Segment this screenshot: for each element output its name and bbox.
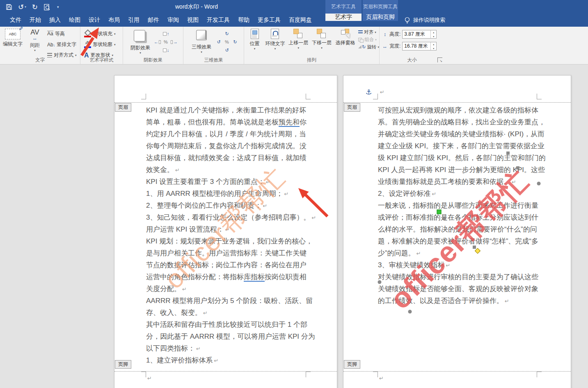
margin-crop-mark: [537, 372, 542, 377]
tab-百度网盘[interactable]: 百度网盘: [285, 14, 316, 27]
edit-text-button[interactable]: ABC✎ 编辑文字: [0, 27, 25, 60]
dropdown-caret[interactable]: ▾: [298, 46, 300, 49]
dropdown-caret[interactable]: ▾: [75, 54, 77, 57]
selection-handle-circle[interactable]: [537, 182, 541, 186]
selection-handle-circle[interactable]: [378, 280, 382, 284]
position-button[interactable]: 位置 ▾: [246, 27, 263, 50]
wrap-text-button[interactable]: 环绕文字 ▾: [263, 27, 287, 50]
tab-更多工具[interactable]: 更多工具: [254, 14, 285, 27]
spellcheck-underlined-text: 库指标: [244, 273, 265, 282]
shadow-on-off-button[interactable]: %: [162, 38, 169, 46]
bring-forward-button[interactable]: 上移一层 ▾: [287, 27, 310, 50]
text-line: 约定好几个目标值，以月 / 季度 / 年为统计周期，当: [146, 128, 306, 140]
tab-设计[interactable]: 设计: [85, 14, 104, 27]
tab-帮助[interactable]: 帮助: [234, 14, 254, 27]
selection-handle-rotate[interactable]: [437, 210, 442, 214]
dropdown-caret[interactable]: ▾: [378, 46, 379, 48]
paragraph-mark: ↵: [203, 310, 208, 316]
tab-艺术字[interactable]: 艺术字: [325, 14, 361, 21]
tab-文件[interactable]: 文件: [6, 14, 25, 27]
tilt-up-button[interactable]: ↻: [223, 30, 231, 37]
vertical-text-button[interactable]: Ab↓ 竖排文字: [46, 40, 78, 49]
3d-on-off-button[interactable]: %: [223, 38, 231, 46]
height-row: ↕ 高度: 3.87 厘米 ▴▾: [382, 30, 444, 39]
tab-页眉和页脚[interactable]: 页眉和页脚: [363, 14, 398, 21]
text-line: 1、建立评价指标体系↵: [146, 354, 306, 366]
save-button[interactable]: [6, 4, 12, 10]
dropdown-caret[interactable]: ▾: [114, 43, 116, 46]
dropdown-caret[interactable]: ▾: [254, 47, 256, 50]
tab-开始[interactable]: 开始: [25, 14, 45, 27]
width-label: 宽度:: [389, 43, 400, 50]
size-dialog-launcher[interactable]: ↘: [437, 57, 442, 62]
customize-qat-button[interactable]: ▾: [56, 5, 59, 9]
dropdown-caret[interactable]: ▾: [375, 38, 377, 41]
window-title: word水印 - Word: [175, 3, 218, 11]
group-objects-button[interactable]: 组合 ▾: [358, 37, 379, 43]
dropdown-caret[interactable]: ▾: [34, 49, 36, 52]
ribbon-group-text: ABC✎ 编辑文字 AV↔ 间距 ▾ Aa 等高 Ab↓: [0, 27, 80, 64]
tilt-right-button[interactable]: ↻: [231, 38, 239, 46]
dropdown-caret[interactable]: ▾: [321, 46, 323, 49]
tab-插入[interactable]: 插入: [45, 14, 65, 27]
text-line: 你每个周期结束后，复盘你这几个指标完成情况。没: [146, 140, 306, 152]
text-line: 并确定这些关键业务领域的关键业绩指标· (KPI)，从而: [378, 128, 537, 140]
edit-text-icon: ABC✎: [5, 29, 21, 39]
undo-button[interactable]: ↺▾: [18, 4, 26, 11]
dropdown-caret[interactable]: ▾: [375, 31, 376, 34]
selection-handle-circle[interactable]: [408, 310, 412, 314]
tab-开发工具[interactable]: 开发工具: [203, 14, 234, 27]
print-preview-button[interactable]: [43, 4, 50, 11]
send-backward-button[interactable]: 下移一层 ▾: [310, 27, 334, 50]
text-line: 系。首先明确企业的战略目标，找出企业的业务重点，: [378, 116, 537, 128]
nudge-shadow-down-button[interactable]: ↓: [162, 46, 169, 54]
height-spinner[interactable]: ▴▾: [430, 30, 436, 38]
margin-crop-mark: [373, 94, 378, 99]
3d-effects-button[interactable]: 三维效果 ▾: [188, 27, 215, 54]
selection-handle-square[interactable]: [473, 246, 476, 249]
nudge-shadow-left-button[interactable]: ←: [154, 38, 161, 46]
redo-button[interactable]: ↻: [32, 4, 38, 11]
tab-绘图[interactable]: 绘图: [65, 14, 85, 27]
tell-me-search[interactable]: 操作说明搜索: [404, 14, 445, 27]
rotate-objects-button[interactable]: ↻ 旋转 ▾: [358, 44, 379, 50]
margin-crop-mark: [141, 94, 146, 99]
selection-handle-square[interactable]: [516, 166, 519, 170]
tilt-down-button[interactable]: ↺: [223, 46, 231, 54]
width-input[interactable]: 16.78 厘米 ▴▾: [402, 42, 437, 51]
align-objects-icon: [358, 30, 363, 34]
tab-审阅[interactable]: 审阅: [163, 14, 183, 27]
tab-布局[interactable]: 布局: [104, 14, 124, 27]
dropdown-caret[interactable]: ▾: [140, 51, 141, 54]
height-input[interactable]: 3.87 厘米 ▴▾: [402, 30, 437, 39]
send-backward-icon: [317, 29, 327, 38]
anchor-icon[interactable]: ⚓: [366, 88, 372, 96]
tab-邮件[interactable]: 邮件: [144, 14, 163, 27]
dropdown-caret[interactable]: ▾: [201, 51, 202, 53]
width-icon: ↔: [382, 44, 388, 49]
tab-引用[interactable]: 引用: [124, 14, 144, 27]
selection-handle-square[interactable]: [443, 216, 446, 220]
footer-tag: 页脚: [115, 360, 131, 369]
text-line: 级 KPI 建立部门级 KPI。然后，各部门的主管和部门的: [378, 152, 537, 164]
group-objects-icon: [358, 38, 363, 42]
selection-pane-icon: [341, 29, 350, 38]
equal-height-button[interactable]: Aa 等高: [46, 29, 78, 39]
selection-pane-button[interactable]: 选择窗格: [333, 27, 357, 50]
ribbon-group-size: ↕ 高度: 3.87 厘米 ▴▾ ↔ 宽度: 16.78 厘米 ▴▾ 大小 ↘: [380, 27, 444, 64]
dropdown-caret[interactable]: ▾: [275, 47, 276, 50]
paragraph-mark: ↵: [175, 167, 180, 173]
shape-outline-button[interactable]: ✎ 形状轮廓 ▾: [83, 40, 123, 49]
selection-handle-square[interactable]: [506, 152, 510, 155]
dropdown-caret[interactable]: ▾: [114, 32, 116, 35]
nudge-shadow-right-button[interactable]: →: [170, 38, 178, 46]
nudge-shadow-up-button[interactable]: ↑: [162, 30, 169, 37]
width-spinner[interactable]: ▴▾: [430, 42, 436, 50]
dropdown-caret[interactable]: ▾: [112, 54, 114, 57]
spacing-button[interactable]: AV↔ 间距 ▾: [25, 27, 44, 60]
tilt-left-button[interactable]: ↺: [215, 38, 222, 46]
align-objects-button[interactable]: 对齐 ▾: [358, 29, 379, 35]
shape-fill-button[interactable]: 形状填充 ▾: [83, 29, 123, 39]
shadow-effects-button[interactable]: 阴影效果 ▾: [127, 27, 153, 54]
tab-视图[interactable]: 视图: [183, 14, 203, 27]
